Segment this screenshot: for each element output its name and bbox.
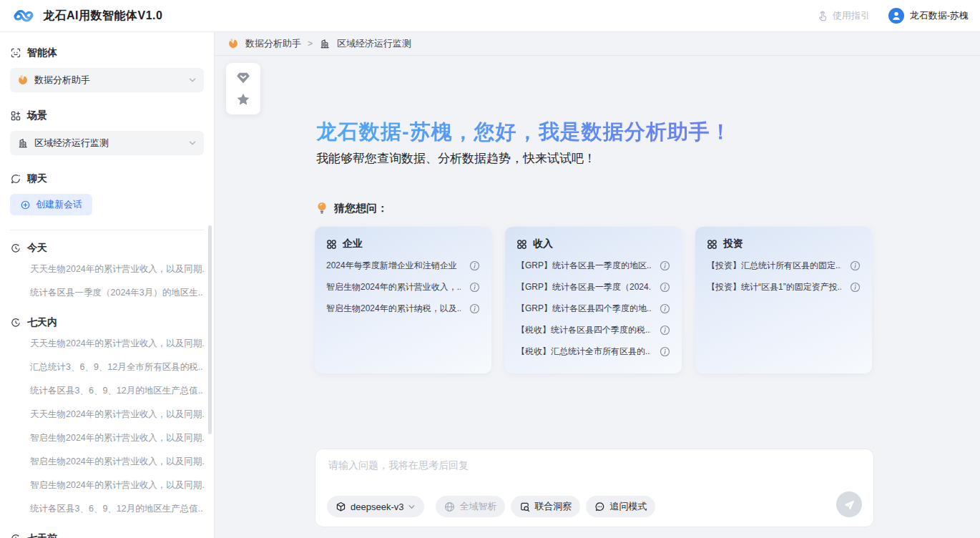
- info-icon[interactable]: [660, 260, 670, 271]
- model-name: deepseek-v3: [351, 502, 403, 512]
- user-menu[interactable]: 龙石数据-苏槐: [888, 8, 969, 24]
- history-item[interactable]: 智启生物2024年的累计营业收入，以及同期...: [10, 426, 204, 450]
- chevron-down-icon: [188, 139, 197, 147]
- agent-selected: 数据分析助手: [34, 74, 90, 87]
- global-analysis-toggle[interactable]: 全域智析: [436, 496, 505, 517]
- question-text: 【投资】汇总统计所有区县的固定...: [707, 260, 841, 272]
- agent-selector[interactable]: 数据分析助手: [10, 68, 204, 92]
- chevron-down-icon: [188, 76, 197, 84]
- hand-pointer-icon: [816, 10, 828, 22]
- card-header: 企业: [326, 238, 480, 250]
- question-text: 智启生物2024年的累计纳税，以及...: [326, 303, 461, 315]
- info-icon[interactable]: [469, 303, 480, 314]
- insight-search-icon: [519, 502, 530, 512]
- info-icon[interactable]: [469, 282, 480, 293]
- breadcrumb-agent[interactable]: 数据分析助手: [245, 37, 301, 50]
- history-item[interactable]: 天天生物2024年的累计营业收入，以及同期...: [10, 332, 204, 356]
- card-title: 收入: [533, 238, 553, 250]
- suggest-label: 猜您想问：: [334, 202, 388, 215]
- info-icon[interactable]: [469, 260, 480, 271]
- followup-mode-toggle[interactable]: 追问模式: [586, 496, 655, 517]
- person-icon: [890, 9, 903, 22]
- send-button[interactable]: [836, 491, 862, 517]
- history-item[interactable]: 天天生物2024年的累计营业收入，以及同期...: [10, 403, 204, 426]
- top-header: 龙石AI用数智能体V1.0 使用指引 龙石数据-苏槐: [0, 0, 980, 32]
- info-icon[interactable]: [850, 260, 861, 271]
- suggestion-question[interactable]: 【GRP】统计各区县四个季度的地...: [516, 298, 670, 319]
- gem-icon[interactable]: [235, 71, 251, 85]
- history-clock-icon: [10, 317, 21, 328]
- suggestion-question[interactable]: 2024年每季度新增企业和注销企业: [326, 255, 480, 276]
- suggestion-question[interactable]: 智启生物2024年的累计营业收入，...: [326, 276, 480, 298]
- building-icon: [319, 38, 330, 49]
- chat-section-label: 聊天: [10, 172, 204, 185]
- info-icon[interactable]: [850, 282, 861, 293]
- usage-guide-button[interactable]: 使用指引: [816, 9, 870, 22]
- usage-guide-label: 使用指引: [833, 9, 870, 22]
- question-text: 【GRP】统计各区县一季度（2024...: [516, 281, 651, 293]
- history-group-before7days: 七天前: [10, 532, 204, 538]
- question-text: 【税收】统计各区县四个季度的税...: [516, 324, 651, 336]
- history-item[interactable]: 智启生物2024年的累计营业收入，以及同期...: [10, 474, 204, 497]
- pie-chart-icon: [17, 74, 29, 86]
- chat-icon: [10, 173, 21, 185]
- lightbulb-icon: [315, 201, 328, 215]
- card-title: 投资: [723, 238, 743, 250]
- breadcrumb-scene[interactable]: 区域经济运行监测: [337, 37, 411, 50]
- info-icon[interactable]: [660, 346, 670, 357]
- history-item[interactable]: 天天生物2024年的累计营业收入，以及同期...: [10, 258, 204, 281]
- suggestion-question[interactable]: 【GRP】统计各区县一季度的地区...: [516, 255, 670, 276]
- new-chat-label: 创建新会话: [36, 198, 82, 211]
- scene-section-text: 场景: [27, 109, 47, 122]
- joint-insight-label: 联合洞察: [534, 500, 572, 513]
- greeting-title: 龙石数据-苏槐，您好，我是数据分析助手！: [316, 118, 732, 147]
- chevron-down-icon: [408, 503, 416, 511]
- suggestion-question[interactable]: 【税收】统计各区县四个季度的税...: [516, 319, 670, 341]
- globe-icon: [444, 502, 455, 512]
- building-icon: [17, 137, 29, 149]
- info-icon[interactable]: [660, 303, 670, 314]
- suggestion-question[interactable]: 【投资】汇总统计所有区县的固定...: [707, 255, 861, 276]
- suggestion-question[interactable]: 【GRP】统计各区县一季度（2024...: [516, 276, 670, 298]
- suggest-header: 猜您想问：: [315, 201, 388, 215]
- breadcrumb: 数据分析助手 > 区域经济运行监测: [215, 32, 980, 56]
- joint-insight-toggle[interactable]: 联合洞察: [511, 496, 580, 517]
- card-enterprise: 企业 2024年每季度新增企业和注销企业 智启生物2024年的累计营业收入，..…: [315, 227, 491, 373]
- main-area: 数据分析助手 > 区域经济运行监测 龙石数据-苏槐，您好，我是数据分析助手！ 我…: [215, 32, 980, 538]
- header-actions: 使用指引 龙石数据-苏槐: [816, 8, 969, 24]
- suggestion-question[interactable]: 【投资】统计“区县1”的固定资产投...: [707, 276, 861, 298]
- question-input[interactable]: [328, 459, 861, 489]
- history-item[interactable]: 统计各区县一季度（2024年3月）的地区生...: [10, 281, 204, 305]
- new-chat-button[interactable]: 创建新会话: [10, 194, 92, 215]
- app-logo-icon: [11, 6, 36, 25]
- followup-mode-label: 追问模式: [609, 500, 647, 513]
- question-text: 【投资】统计“区县1”的固定资产投...: [707, 281, 841, 293]
- suggestion-question[interactable]: 【税收】汇总统计全市所有区县的...: [516, 341, 670, 362]
- history-clock-icon: [10, 533, 21, 538]
- card-header: 投资: [707, 238, 861, 250]
- star-icon[interactable]: [236, 92, 250, 107]
- card-header: 收入: [516, 238, 670, 250]
- card-income: 收入 【GRP】统计各区县一季度的地区... 【GRP】统计各区县一季度（202…: [505, 227, 682, 373]
- scene-selector[interactable]: 区域经济运行监测: [10, 131, 204, 155]
- info-icon[interactable]: [660, 325, 670, 336]
- global-analysis-label: 全域智析: [459, 500, 496, 513]
- suggestion-question[interactable]: 智启生物2024年的累计纳税，以及...: [326, 298, 480, 319]
- grid-icon: [516, 239, 527, 250]
- question-text: 【GRP】统计各区县四个季度的地...: [516, 303, 651, 315]
- model-selector[interactable]: deepseek-v3: [327, 496, 424, 517]
- sidebar-scrollbar[interactable]: [208, 225, 212, 434]
- app-root: 龙石AI用数智能体V1.0 使用指引 龙石数据-苏槐 智能体 数据分析助手: [0, 0, 980, 538]
- history-group-7days: 七天内: [10, 316, 204, 329]
- info-icon[interactable]: [660, 282, 670, 293]
- history-item[interactable]: 汇总统计3、6、9、12月全市所有区县的税...: [10, 356, 204, 379]
- history-item[interactable]: 统计各区县3、6、9、12月的地区生产总值...: [10, 497, 204, 521]
- grid-icon: [326, 239, 337, 250]
- breadcrumb-separator: >: [308, 39, 313, 49]
- history-item[interactable]: 统计各区县3、6、9、12月的地区生产总值...: [10, 379, 204, 403]
- composer: deepseek-v3 全域智析 联合洞察 追问模式: [315, 449, 874, 527]
- scene-selected: 区域经济运行监测: [34, 137, 109, 150]
- agent-section-text: 智能体: [27, 47, 57, 59]
- history-item[interactable]: 智启生物2024年的累计营业收入，以及同期...: [10, 450, 204, 474]
- chat-section-text: 聊天: [27, 172, 47, 185]
